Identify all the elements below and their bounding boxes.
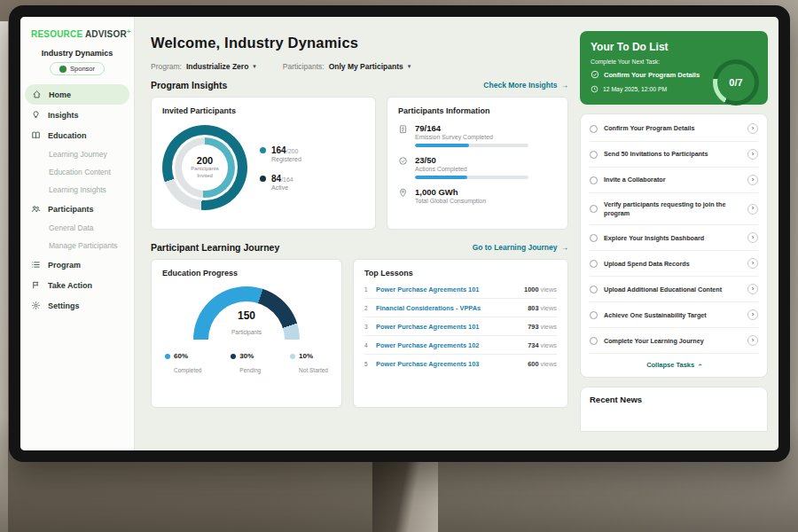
task-checkbox[interactable] [590, 176, 598, 184]
task-checkbox[interactable] [590, 260, 598, 268]
chevron-right-icon[interactable]: › [747, 232, 758, 243]
task-row[interactable]: Confirm Your Program Details › [590, 116, 758, 142]
participants-filter[interactable]: Participants: Only My Participants ▾ [283, 62, 411, 71]
education-progress-card: Education Progress 150 Participants [151, 259, 342, 408]
logo-plus: + [127, 27, 131, 35]
todo-due-label: 12 May 2025, 12:00 PM [603, 86, 667, 92]
sidebar-item-home[interactable]: Home [25, 84, 129, 105]
chevron-right-icon[interactable]: › [747, 309, 758, 320]
chevron-right-icon[interactable]: › [747, 149, 758, 160]
education-progress-gauge: 150 Participants [193, 286, 300, 340]
card-title: Top Lessons [364, 269, 557, 278]
filters-row: Program: Industrialize Zero ▾ Participan… [151, 62, 568, 71]
task-row[interactable]: Complete Your Learning Journey › [590, 328, 758, 354]
task-row[interactable]: Verify participants requesting to join t… [590, 193, 758, 225]
legend-dot [231, 354, 236, 359]
recent-news-card: Recent News [580, 387, 768, 432]
lesson-link[interactable]: Power Purchase Agreements 101 [376, 323, 521, 331]
sidebar-item-insights[interactable]: Insights [20, 105, 134, 125]
link-label: Go to Learning Journey [473, 243, 558, 252]
sidebar-item-general-data[interactable]: General Data [20, 219, 134, 237]
sidebar-item-take-action[interactable]: Take Action [20, 275, 134, 295]
sidebar-item-program[interactable]: Program [20, 254, 134, 275]
task-row[interactable]: Invite a Collaborator › [590, 168, 758, 193]
program-filter[interactable]: Program: Industrialize Zero ▾ [151, 62, 256, 71]
lesson-row: 3 Power Purchase Agreements 101 793views [364, 317, 557, 336]
task-checkbox[interactable] [590, 337, 598, 345]
lesson-link[interactable]: Financial Considerations - VPPAs [376, 304, 521, 312]
stat-row: 79/164 Emission Survey Completed [398, 123, 557, 147]
chevron-right-icon[interactable]: › [747, 258, 758, 269]
check-more-insights-link[interactable]: Check More Insights → [483, 81, 568, 90]
sidebar-item-label: Settings [48, 301, 80, 310]
task-checkbox[interactable] [590, 234, 598, 242]
lesson-views-unit: views [541, 286, 557, 293]
sidebar-item-education[interactable]: Education [20, 125, 134, 145]
legend-value: 60% [174, 352, 201, 360]
task-checkbox[interactable] [590, 205, 598, 213]
program-filter-label: Program: [151, 62, 182, 71]
task-checkbox[interactable] [590, 151, 598, 159]
chevron-right-icon[interactable]: › [747, 204, 758, 215]
sidebar-item-education-content[interactable]: Education Content [20, 163, 134, 181]
legend-label: Completed [174, 367, 201, 373]
stat-value: 1,000 GWh [415, 187, 486, 197]
lesson-views-count: 803 [528, 304, 538, 312]
todo-next-task: Confirm Your Program Details [591, 70, 708, 79]
legend-label: Active [271, 184, 293, 191]
task-row[interactable]: Explore Your Insights Dashboard › [590, 225, 758, 251]
task-checkbox[interactable] [590, 311, 598, 319]
legend-value: 164 [271, 145, 286, 155]
legend-dot [290, 354, 295, 359]
legend-label: Registered [271, 156, 301, 162]
task-row[interactable]: Send 50 Invitations to Participants › [590, 142, 758, 168]
task-checkbox[interactable] [590, 125, 598, 133]
chevron-right-icon[interactable]: › [747, 123, 758, 134]
sidebar-item-settings[interactable]: Settings [20, 295, 134, 316]
gauge-center: 150 Participants [193, 309, 300, 338]
lesson-row: 2 Financial Considerations - VPPAs 803vi… [364, 299, 557, 317]
stat-label: Actions Completed [415, 166, 528, 172]
survey-icon [398, 124, 408, 134]
lesson-rank: 4 [364, 342, 370, 348]
gear-icon [31, 301, 41, 310]
legend-label: Not Started [299, 367, 328, 373]
legend-value: 10% [299, 352, 328, 360]
monitor-stand [372, 458, 438, 532]
sidebar-item-learning-journey[interactable]: Learning Journey [20, 145, 134, 163]
chevron-right-icon[interactable]: › [747, 284, 758, 294]
chevron-right-icon[interactable]: › [747, 175, 758, 185]
task-row[interactable]: Upload Additional Educational Content › [590, 277, 758, 302]
page-title: Welcome, Industry Dynamics [151, 35, 568, 51]
go-to-learning-journey-link[interactable]: Go to Learning Journey → [473, 243, 568, 252]
task-row[interactable]: Upload Spend Data Records › [590, 251, 758, 277]
collapse-tasks-label: Collapse Tasks [646, 361, 694, 369]
lesson-link[interactable]: Power Purchase Agreements 101 [376, 286, 518, 293]
lesson-row: 4 Power Purchase Agreements 102 734views [364, 336, 557, 355]
task-label: Achieve One Sustainability Target [604, 311, 741, 320]
todo-progress-value: 0/7 [717, 64, 755, 101]
logo-text-primary: RESOURCE [31, 29, 82, 39]
chevron-right-icon[interactable]: › [747, 335, 758, 346]
progress-fill [415, 176, 467, 179]
task-label: Confirm Your Program Details [604, 124, 741, 133]
lesson-link[interactable]: Power Purchase Agreements 103 [376, 360, 521, 368]
list-icon [31, 260, 41, 270]
sidebar-item-learning-insights[interactable]: Learning Insights [20, 181, 134, 199]
book-icon [31, 130, 41, 140]
program-insights-header: Program Insights Check More Insights → [151, 80, 568, 90]
legend-item: 60% Completed [165, 352, 201, 376]
task-row[interactable]: Achieve One Sustainability Target › [590, 302, 758, 328]
learning-journey-header: Participant Learning Journey Go to Learn… [151, 242, 568, 253]
stat-row: 23/50 Actions Completed [398, 155, 557, 179]
monitor-bezel: RESOURCE ADVISOR+ Industry Dynamics Spon… [9, 5, 790, 462]
flag-icon [31, 280, 41, 290]
sidebar-item-manage-participants[interactable]: Manage Participants [20, 237, 134, 254]
sidebar-item-participants[interactable]: Participants [20, 199, 134, 219]
gauge-legend: 60% Completed 30% Pending [162, 352, 331, 376]
lesson-row: 1 Power Purchase Agreements 101 1000view… [364, 280, 557, 299]
collapse-tasks-link[interactable]: Collapse Tasks › [590, 354, 758, 373]
task-label: Explore Your Insights Dashboard [604, 234, 741, 243]
task-checkbox[interactable] [590, 286, 598, 293]
lesson-link[interactable]: Power Purchase Agreements 102 [376, 341, 521, 349]
